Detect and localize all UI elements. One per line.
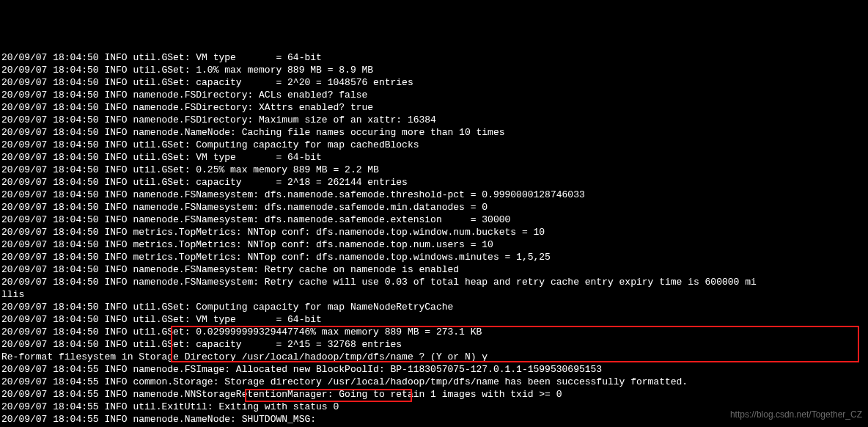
log-line: 20/09/07 18:04:55 INFO common.Storage: S…: [1, 376, 867, 388]
log-line: 20/09/07 18:04:50 INFO util.GSet: VM typ…: [1, 313, 867, 326]
terminal-output: 20/09/07 18:04:50 INFO util.GSet: VM typ…: [1, 51, 867, 427]
log-line: 20/09/07 18:04:50 INFO namenode.FSNamesy…: [1, 263, 867, 276]
watermark-text: https://blog.csdn.net/Together_CZ: [730, 409, 862, 421]
log-line: 20/09/07 18:04:50 INFO metrics.TopMetric…: [1, 251, 867, 263]
log-line: 20/09/07 18:04:50 INFO util.GSet: Comput…: [1, 301, 867, 313]
log-line: 20/09/07 18:04:50 INFO util.GSet: capaci…: [1, 176, 867, 189]
log-line: 20/09/07 18:04:55 INFO namenode.FSImage:…: [1, 363, 867, 376]
log-line: 20/09/07 18:04:50 INFO metrics.TopMetric…: [1, 238, 867, 251]
log-line: 20/09/07 18:04:50 INFO namenode.NameNode…: [1, 126, 867, 139]
log-line: 20/09/07 18:04:50 INFO util.GSet: 0.0299…: [1, 326, 867, 338]
log-line: 20/09/07 18:04:50 INFO namenode.FSNamesy…: [1, 213, 867, 226]
log-line: 20/09/07 18:04:50 INFO util.GSet: VM typ…: [1, 51, 867, 64]
log-line: 20/09/07 18:04:50 INFO namenode.FSNamesy…: [1, 201, 867, 213]
log-line: Re-format filesystem in Storage Director…: [1, 351, 867, 363]
log-line: 20/09/07 18:04:55 INFO namenode.NNStorag…: [1, 388, 867, 401]
log-line: 20/09/07 18:04:50 INFO metrics.TopMetric…: [1, 226, 867, 238]
log-line: llis: [1, 288, 867, 301]
log-line: 20/09/07 18:04:50 INFO util.GSet: capaci…: [1, 76, 867, 89]
log-line: 20/09/07 18:04:50 INFO util.GSet: 0.25% …: [1, 164, 867, 176]
log-line: 20/09/07 18:04:50 INFO namenode.FSDirect…: [1, 101, 867, 114]
log-line: 20/09/07 18:04:50 INFO namenode.FSDirect…: [1, 114, 867, 126]
log-line: 20/09/07 18:04:50 INFO util.GSet: Comput…: [1, 139, 867, 151]
log-line: 20/09/07 18:04:50 INFO util.GSet: 1.0% m…: [1, 64, 867, 76]
log-line: 20/09/07 18:04:50 INFO namenode.FSNamesy…: [1, 276, 867, 288]
log-line: 20/09/07 18:04:50 INFO util.GSet: VM typ…: [1, 151, 867, 164]
log-line: 20/09/07 18:04:50 INFO util.GSet: capaci…: [1, 338, 867, 351]
log-line: 20/09/07 18:04:50 INFO namenode.FSDirect…: [1, 89, 867, 101]
log-line: 20/09/07 18:04:50 INFO namenode.FSNamesy…: [1, 189, 867, 201]
